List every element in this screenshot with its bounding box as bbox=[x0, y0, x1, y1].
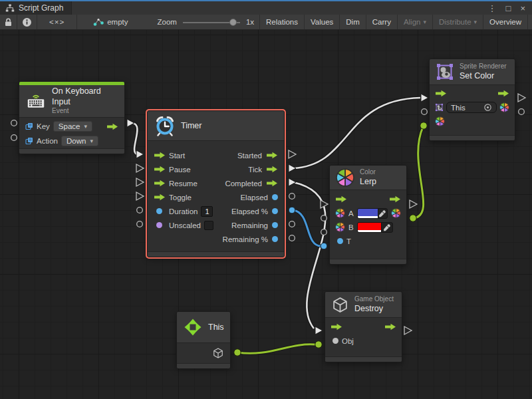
zoom-control: Zoom 1x bbox=[152, 15, 259, 29]
port-label: T bbox=[346, 237, 351, 245]
flow-input-port[interactable] bbox=[154, 194, 166, 201]
hierarchy-icon bbox=[5, 4, 15, 12]
flow-input-port[interactable] bbox=[331, 323, 342, 331]
lock-button[interactable] bbox=[0, 15, 17, 29]
node-category: Game Object bbox=[354, 295, 394, 304]
flow-input-port[interactable] bbox=[335, 196, 347, 203]
duration-input[interactable]: 1 bbox=[201, 206, 213, 217]
node-footer bbox=[177, 363, 230, 368]
chevron-down-icon: ▾ bbox=[84, 124, 87, 130]
value-port[interactable] bbox=[272, 194, 278, 200]
key-port-label: Key bbox=[37, 122, 50, 130]
port-label: Start bbox=[169, 152, 185, 160]
node-title: Destroy bbox=[354, 304, 394, 315]
value-port[interactable] bbox=[272, 208, 278, 214]
distribute-button[interactable]: Distribute▾ bbox=[432, 15, 483, 29]
more-icon[interactable]: ⋮ bbox=[488, 4, 497, 13]
node-subtitle: Event bbox=[52, 107, 118, 116]
flow-input-port[interactable] bbox=[435, 90, 447, 97]
lock-icon bbox=[5, 18, 12, 27]
port-label: Started bbox=[237, 152, 262, 160]
zoom-to-fit-button[interactable]: <×> bbox=[37, 15, 77, 29]
port-label: Resume bbox=[169, 180, 198, 188]
port-label: Tick bbox=[248, 166, 262, 174]
eyedropper-icon[interactable] bbox=[381, 223, 392, 232]
relations-button[interactable]: Relations bbox=[259, 15, 304, 29]
chevron-down-icon: ▾ bbox=[90, 138, 93, 144]
color-input-port[interactable] bbox=[435, 116, 445, 126]
value-port[interactable] bbox=[272, 236, 278, 242]
align-button[interactable]: Align▾ bbox=[397, 15, 432, 29]
color-port-icon[interactable] bbox=[335, 208, 345, 218]
value-port[interactable] bbox=[272, 222, 278, 228]
node-on-keyboard-input[interactable]: On Keyboard Input Event Key Space ▾ bbox=[19, 81, 125, 154]
unscaled-checkbox[interactable] bbox=[204, 221, 213, 230]
dim-button[interactable]: Dim bbox=[339, 15, 365, 29]
flow-input-port[interactable] bbox=[154, 152, 166, 159]
node-title: Set Color bbox=[460, 71, 507, 82]
sprite-renderer-icon bbox=[436, 63, 454, 81]
overview-button[interactable]: Overview bbox=[483, 15, 527, 29]
game-object-output-port[interactable] bbox=[212, 347, 224, 359]
port-label: Elapsed bbox=[240, 194, 268, 201]
action-port-label: Action bbox=[37, 137, 58, 145]
port-label: B bbox=[348, 223, 354, 231]
port-label: Completed bbox=[225, 180, 262, 188]
object-picker-icon[interactable] bbox=[483, 103, 492, 112]
color-b-field[interactable] bbox=[357, 222, 393, 233]
port-label: A bbox=[348, 209, 354, 217]
fullscreen-button[interactable]: Full Screen bbox=[527, 15, 532, 29]
zoom-slider[interactable] bbox=[183, 15, 240, 29]
node-this[interactable]: This bbox=[176, 311, 231, 368]
node-destroy[interactable]: Game Object Destroy Obj bbox=[325, 291, 402, 362]
node-title: On Keyboard Input bbox=[52, 86, 118, 107]
color-wheel-icon bbox=[336, 168, 354, 187]
angle-code-icon: <×> bbox=[49, 18, 65, 26]
flow-input-port[interactable] bbox=[154, 166, 166, 173]
node-color-lerp[interactable]: Color Lerp A B bbox=[329, 165, 407, 265]
flow-output-port[interactable] bbox=[384, 323, 396, 331]
flow-input-port[interactable] bbox=[154, 180, 166, 187]
flow-output-port[interactable] bbox=[266, 152, 278, 159]
value-port[interactable] bbox=[337, 238, 343, 244]
flow-output-port[interactable] bbox=[497, 90, 509, 97]
value-port[interactable] bbox=[156, 208, 162, 214]
empty-label: empty bbox=[107, 18, 128, 26]
flow-output-port[interactable] bbox=[106, 123, 118, 130]
port-label: Remaining bbox=[231, 221, 268, 229]
flow-output-port[interactable] bbox=[266, 180, 278, 187]
node-timer[interactable]: Timer Start Started Pause Tick Resume Co… bbox=[147, 110, 285, 257]
eyedropper-icon[interactable] bbox=[378, 209, 387, 218]
maximize-icon[interactable]: □ bbox=[506, 4, 511, 13]
self-icon bbox=[183, 317, 203, 337]
action-dropdown[interactable]: Down ▾ bbox=[61, 136, 98, 146]
flow-output-port[interactable] bbox=[266, 166, 278, 173]
color-a-field[interactable] bbox=[357, 208, 388, 219]
titlebar: Script Graph ⋮ □ × bbox=[0, 1, 532, 15]
object-port[interactable] bbox=[332, 338, 338, 344]
port-label: Remaining % bbox=[223, 235, 268, 243]
zoom-slider-handle[interactable] bbox=[229, 19, 237, 26]
node-set-color[interactable]: Sprite Renderer Set Color This bbox=[429, 59, 515, 141]
flow-output-port[interactable] bbox=[389, 196, 401, 203]
close-icon[interactable]: × bbox=[520, 4, 525, 13]
node-title: Timer bbox=[181, 121, 201, 130]
info-button[interactable] bbox=[17, 15, 37, 29]
color-output-port[interactable] bbox=[391, 208, 401, 218]
carry-button[interactable]: Carry bbox=[366, 15, 397, 29]
tab-script-graph[interactable]: Script Graph bbox=[0, 1, 72, 15]
node-footer bbox=[148, 251, 284, 257]
color-port-icon[interactable] bbox=[335, 222, 345, 232]
key-dropdown[interactable]: Space ▾ bbox=[53, 121, 92, 132]
target-object-field[interactable]: This bbox=[446, 102, 497, 113]
graph-canvas[interactable]: On Keyboard Input Event Key Space ▾ bbox=[0, 30, 532, 399]
color-output-port[interactable] bbox=[499, 102, 509, 112]
bool-port[interactable] bbox=[156, 222, 162, 228]
sprite-renderer-mini-icon bbox=[435, 103, 444, 112]
values-button[interactable]: Values bbox=[304, 15, 339, 29]
enum-icon bbox=[25, 122, 33, 130]
node-title: Lerp bbox=[360, 177, 376, 188]
node-category: Sprite Renderer bbox=[460, 63, 507, 71]
port-label: Toggle bbox=[169, 194, 192, 201]
port-label: Obj bbox=[342, 337, 354, 345]
